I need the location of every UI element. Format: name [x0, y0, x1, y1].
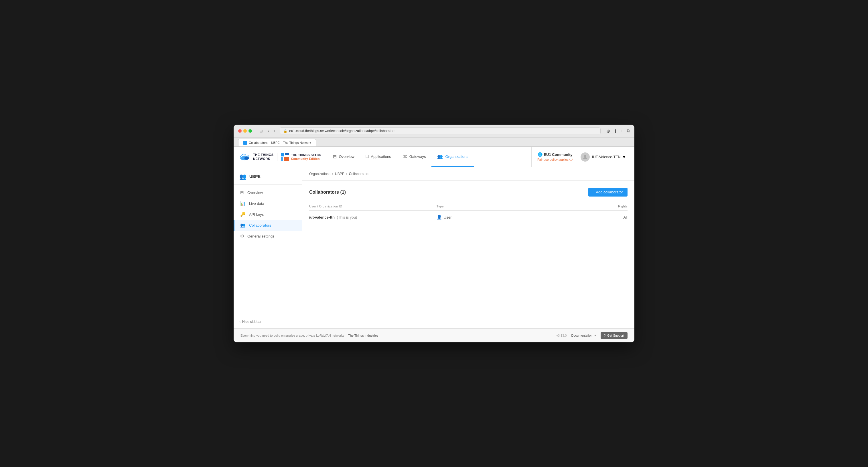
user-section[interactable]: IUT-Valence-TTN ▾: [577, 150, 629, 164]
hide-sidebar-label: Hide sidebar: [242, 320, 261, 324]
general-settings-icon: ⚙: [240, 233, 244, 239]
browser-actions: ⊕ ⬆ + ⧉: [606, 128, 630, 134]
main-layout: 👥 UBPE ⊞ Overview 📊 Live data 🔑 API keys: [234, 167, 634, 328]
applications-icon: □: [366, 154, 369, 159]
download-button[interactable]: ⊕: [606, 128, 610, 134]
svg-rect-3: [281, 153, 284, 156]
organizations-icon: 👥: [437, 154, 443, 159]
documentation-label: Documentation: [571, 334, 593, 337]
browser-nav: ⊞ ‹ ›: [258, 128, 276, 134]
server-info: 🌐 EU1 Community Fair use policy applies …: [537, 152, 572, 162]
breadcrumb-sep-1: ›: [332, 172, 333, 176]
add-collaborator-button[interactable]: + Add collaborator: [588, 188, 627, 197]
sidebar-nav: ⊞ Overview 📊 Live data 🔑 API keys 👥 Coll…: [234, 185, 302, 315]
type-label: User: [444, 215, 452, 220]
live-data-icon: 📊: [240, 201, 246, 206]
cell-rights: All: [532, 211, 627, 224]
sidebar-item-general-settings[interactable]: ⚙ General settings: [234, 231, 302, 241]
browser-tab[interactable]: Collaborators – UBPE – The Things Networ…: [238, 139, 316, 146]
api-keys-icon: 🔑: [240, 212, 246, 217]
fair-use-policy[interactable]: Fair use policy applies ⓘ: [537, 157, 572, 162]
ttn-logo: THE THINGS NETWORK: [239, 153, 274, 161]
overview-sidebar-icon: ⊞: [240, 190, 244, 195]
nav-item-organizations-label: Organizations: [445, 154, 468, 159]
nav-item-overview[interactable]: ⊞ Overview: [327, 147, 360, 167]
rights-value: All: [623, 215, 627, 220]
sidebar: 👥 UBPE ⊞ Overview 📊 Live data 🔑 API keys: [234, 167, 302, 328]
collaborators-table: User / Organization ID Type Rights: [309, 202, 627, 224]
sidebar-general-settings-label: General settings: [247, 234, 275, 238]
user-dropdown-icon: ▾: [623, 154, 625, 159]
this-is-you-label: (This is you): [337, 215, 357, 220]
version-label: v3.13.0: [556, 334, 566, 337]
breadcrumb-sep-2: ›: [346, 172, 347, 176]
get-support-button[interactable]: ? Get Support: [600, 332, 627, 339]
footer-text: Everything you need to build enterprise …: [241, 334, 347, 337]
lock-icon: 🔒: [283, 129, 287, 133]
breadcrumb-organizations[interactable]: Organizations: [309, 172, 330, 176]
nav-item-applications[interactable]: □ Applications: [360, 147, 397, 167]
tts-logo: THE THINGS STACK Community Edition: [277, 153, 321, 161]
col-header-type: Type: [437, 202, 532, 211]
sidebar-item-live-data[interactable]: 📊 Live data: [234, 198, 302, 209]
back-button[interactable]: ‹: [267, 128, 271, 134]
tab-favicon: [243, 141, 247, 145]
svg-rect-5: [281, 157, 283, 161]
app-container: THE THINGS NETWORK THE THINGS STACK Com: [234, 147, 634, 342]
nav-item-overview-label: Overview: [339, 154, 354, 159]
svg-rect-4: [285, 153, 289, 155]
breadcrumb-ubpe[interactable]: UBPE: [335, 172, 344, 176]
overview-icon: ⊞: [333, 154, 337, 159]
col-header-rights: Rights: [532, 202, 627, 211]
nav-item-applications-label: Applications: [371, 154, 391, 159]
top-nav: THE THINGS NETWORK THE THINGS STACK Com: [234, 147, 634, 167]
close-button[interactable]: [238, 129, 242, 133]
address-bar[interactable]: 🔒 eu1.cloud.thethings.network/console/or…: [280, 127, 600, 135]
sidebar-item-api-keys[interactable]: 🔑 API keys: [234, 209, 302, 220]
breadcrumb-collaborators: Collaborators: [349, 172, 369, 176]
nav-items: ⊞ Overview □ Applications ⌘ Gateways 👥 O…: [327, 147, 531, 167]
sidebar-toggle-button[interactable]: ⊞: [258, 128, 265, 134]
gateways-icon: ⌘: [403, 154, 407, 159]
cell-type: 👤 User: [437, 211, 532, 224]
footer-left: Everything you need to build enterprise …: [241, 334, 378, 337]
col-header-user-org-id: User / Organization ID: [309, 202, 437, 211]
svg-point-7: [584, 155, 586, 157]
svg-rect-6: [284, 157, 289, 161]
svg-point-2: [245, 156, 249, 159]
browser-window: ⊞ ‹ › 🔒 eu1.cloud.thethings.network/cons…: [234, 125, 634, 342]
forward-button[interactable]: ›: [273, 128, 277, 134]
support-icon: ?: [604, 334, 606, 337]
maximize-button[interactable]: [248, 129, 252, 133]
tabs-button[interactable]: ⧉: [627, 128, 630, 134]
nav-right: 🌐 EU1 Community Fair use policy applies …: [531, 147, 634, 167]
stack-text: THE THINGS STACK Community Edition: [291, 153, 321, 161]
sidebar-collaborators-label: Collaborators: [249, 223, 271, 228]
table-header: User / Organization ID Type Rights: [309, 202, 627, 211]
cell-user-id: iut-valence-ttn (This is you): [309, 211, 437, 224]
table-body: iut-valence-ttn (This is you) 👤 User: [309, 211, 627, 224]
policy-help-icon: ⓘ: [569, 157, 572, 162]
tab-label: Collaborators – UBPE – The Things Networ…: [249, 141, 311, 144]
tab-bar: Collaborators – UBPE – The Things Networ…: [234, 138, 634, 147]
ttn-logo-text: THE THINGS NETWORK: [253, 153, 274, 160]
nav-item-gateways[interactable]: ⌘ Gateways: [397, 147, 432, 167]
page-title: Collaborators (1): [309, 189, 346, 195]
logo-section: THE THINGS NETWORK THE THINGS STACK Com: [234, 147, 327, 167]
sidebar-item-overview[interactable]: ⊞ Overview: [234, 187, 302, 198]
breadcrumb: Organizations › UBPE › Collaborators: [302, 167, 634, 181]
footer-thi-link[interactable]: The Things Industries: [348, 334, 378, 337]
hide-sidebar-button[interactable]: ‹ Hide sidebar: [239, 320, 261, 324]
nav-item-gateways-label: Gateways: [409, 154, 426, 159]
new-tab-button[interactable]: +: [621, 128, 623, 134]
minimize-button[interactable]: [243, 129, 247, 133]
sidebar-overview-label: Overview: [247, 191, 263, 195]
nav-item-organizations[interactable]: 👥 Organizations: [431, 147, 474, 167]
traffic-lights: [238, 129, 252, 133]
documentation-link[interactable]: Documentation ↗: [571, 334, 596, 338]
sidebar-org-header: 👥 UBPE: [234, 167, 302, 185]
org-name: UBPE: [249, 174, 260, 179]
sidebar-item-collaborators[interactable]: 👥 Collaborators: [234, 220, 302, 231]
share-button[interactable]: ⬆: [614, 128, 617, 134]
type-cell: 👤 User: [437, 214, 532, 220]
